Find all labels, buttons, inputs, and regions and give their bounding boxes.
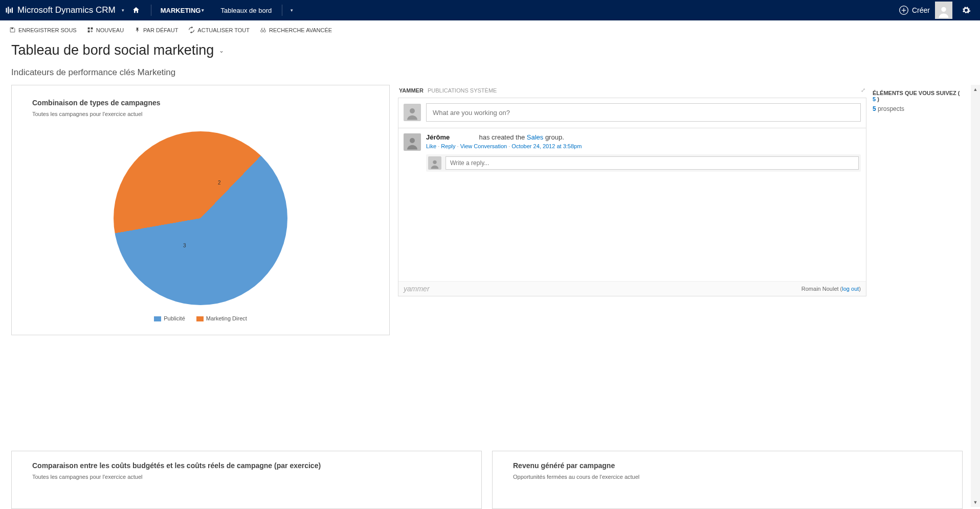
card-revenue: Revenu généré par campagne Opportunités … [492, 451, 963, 507]
cmd-new[interactable]: NOUVEAU [87, 27, 124, 33]
post-link-sales[interactable]: Sales [527, 133, 544, 141]
pie-chart: 23 [114, 131, 287, 305]
post-body: Jérôme has created the Sales group. Like… [426, 133, 861, 172]
yammer-tabs-row: YAMMER PUBLICATIONS SYSTÈME ⤢ [398, 85, 866, 98]
card-revenue-subtitle: Opportunités fermées au cours de l'exerc… [513, 474, 942, 480]
card-costs-title: Comparaison entre les coûts budgétés et … [32, 461, 461, 470]
create-button[interactable]: Créer [899, 5, 930, 15]
save-as-icon [9, 27, 16, 33]
post-text-prefix: has created the [479, 133, 527, 141]
post-time-link[interactable]: October 24, 2012 at 3:58pm [511, 143, 582, 149]
svg-rect-2 [10, 9, 11, 13]
home-icon[interactable] [130, 5, 142, 16]
plus-circle-icon [899, 5, 909, 15]
brand-caret-icon[interactable]: ▾ [122, 8, 124, 13]
post-avatar [404, 133, 421, 151]
new-icon [87, 27, 94, 33]
top-navbar: Microsoft Dynamics CRM ▾ MARKETING ▾ Tab… [0, 0, 980, 20]
post-author[interactable]: Jérôme [426, 133, 450, 141]
cmd-default-label: PAR DÉFAUT [143, 27, 178, 33]
nav-sub[interactable]: Tableaux de bord [217, 7, 275, 14]
yammer-tab-system[interactable]: PUBLICATIONS SYSTÈME [428, 87, 497, 94]
legend-swatch [154, 316, 161, 321]
yammer-logout-link[interactable]: log out [842, 286, 859, 292]
svg-rect-6 [11, 28, 13, 29]
post-reply-link[interactable]: Reply [441, 143, 455, 149]
yammer-panel: Jérôme has created the Sales group. Like… [398, 98, 866, 296]
legend-item[interactable]: Publicité [154, 315, 185, 321]
yammer-footer: yammer Romain Noulet (log out) [398, 281, 866, 296]
nav-sub-caret-icon[interactable]: ▾ [291, 8, 293, 13]
cmd-adv-find[interactable]: RECHERCHE AVANCÉE [260, 27, 332, 33]
cmd-adv-find-label: RECHERCHE AVANCÉE [269, 27, 332, 33]
reply-avatar [428, 156, 441, 170]
post-view-link[interactable]: View Conversation [460, 143, 507, 149]
card-campaign-types: Combinaison de types de campagnes Toutes… [11, 85, 390, 335]
yammer-footer-username: Romain Noulet [801, 286, 839, 292]
user-avatar[interactable] [935, 2, 952, 19]
page-title[interactable]: Tableau de bord social marketing ⌄ [11, 42, 969, 58]
scroll-up-icon[interactable]: ▲ [971, 85, 980, 94]
main-columns: Combinaison de types de campagnes Toutes… [11, 85, 868, 507]
card-pie-title: Combinaison de types de campagnes [32, 99, 369, 107]
nav-separator [151, 5, 151, 16]
cmd-refresh[interactable]: ACTUALISER TOUT [188, 27, 250, 33]
svg-point-10 [261, 30, 263, 32]
page-title-text: Tableau de bord social marketing [11, 42, 214, 58]
svg-point-11 [263, 30, 265, 32]
legend-item[interactable]: Marketing Direct [196, 315, 247, 321]
card-costs: Comparaison entre les coûts budgétés et … [11, 451, 482, 507]
svg-rect-0 [6, 8, 7, 13]
followed-line-count: 5 [873, 105, 876, 112]
legend-label: Publicité [164, 315, 185, 321]
cmd-save-as[interactable]: ENREGISTRER SOUS [9, 27, 77, 33]
cmd-new-label: NOUVEAU [96, 27, 124, 33]
yammer-footer-user: Romain Noulet (log out) [801, 286, 861, 292]
svg-rect-7 [87, 28, 90, 30]
post-meta: Like · Reply · View Conversation · Octob… [426, 143, 861, 149]
scroll-down-icon[interactable]: ▼ [971, 498, 980, 507]
expand-icon[interactable]: ⤢ [861, 87, 865, 94]
reply-input[interactable] [446, 156, 859, 170]
card-pie-subtitle: Toutes les campagnes pour l'exercice act… [32, 111, 369, 117]
followed-count[interactable]: 5 [873, 96, 876, 102]
followed-heading-text: ÉLÉMENTS QUE VOUS SUIVEZ [873, 90, 956, 96]
yammer-post: Jérôme has created the Sales group. Like… [404, 133, 861, 172]
yammer-compose-input[interactable] [426, 103, 861, 122]
post-like-link[interactable]: Like [426, 143, 436, 149]
pie-chart-container: 23 PublicitéMarketing Direct [32, 125, 369, 321]
refresh-icon [188, 27, 195, 33]
command-bar: ENREGISTRER SOUS NOUVEAU PAR DÉFAUT ACTU… [0, 20, 980, 37]
pin-icon [134, 27, 141, 33]
left-column: Combinaison de types de campagnes Toutes… [11, 85, 390, 507]
nav-sub-label: Tableaux de bord [220, 7, 272, 14]
vertical-scrollbar[interactable]: ▲ ▼ [971, 85, 980, 507]
nav-area-caret-icon: ▾ [202, 8, 204, 13]
cmd-default[interactable]: PAR DÉFAUT [134, 27, 178, 33]
settings-button[interactable] [957, 0, 975, 20]
reply-row [426, 154, 861, 172]
yammer-feed: Jérôme has created the Sales group. Like… [398, 128, 866, 281]
right-column: ÉLÉMENTS QUE VOUS SUIVEZ ( 5 ) 5 prospec… [868, 85, 971, 507]
svg-point-12 [410, 108, 415, 113]
section-title: Indicateurs de performance clés Marketin… [11, 67, 969, 78]
followed-heading: ÉLÉMENTS QUE VOUS SUIVEZ ( 5 ) [873, 90, 963, 102]
yammer-footer-brand: yammer [404, 285, 430, 293]
post-text-suffix: group. [543, 133, 564, 141]
svg-point-14 [433, 160, 436, 164]
yammer-tab-active[interactable]: YAMMER [399, 87, 424, 94]
chart-legend: PublicitéMarketing Direct [154, 315, 247, 321]
nav-area[interactable]: MARKETING ▾ [158, 7, 208, 14]
binoculars-icon [260, 27, 266, 33]
legend-swatch [196, 316, 204, 321]
page-header: Tableau de bord social marketing ⌄ Indic… [0, 37, 980, 80]
card-costs-subtitle: Toutes les campagnes pour l'exercice act… [32, 474, 461, 480]
svg-point-5 [941, 7, 946, 12]
followed-line[interactable]: 5 prospects [873, 105, 963, 112]
svg-rect-9 [87, 31, 90, 33]
brand-label[interactable]: Microsoft Dynamics CRM [17, 5, 116, 15]
navbar-left: Microsoft Dynamics CRM ▾ MARKETING ▾ Tab… [5, 5, 293, 16]
page-title-caret-icon[interactable]: ⌄ [219, 47, 224, 54]
gear-icon [962, 6, 971, 15]
svg-rect-8 [91, 28, 93, 30]
